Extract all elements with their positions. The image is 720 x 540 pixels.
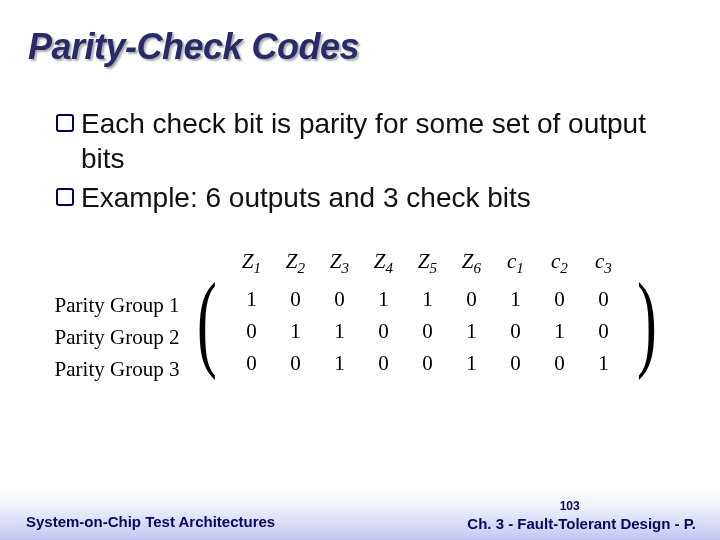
cell: 0 (273, 347, 317, 379)
cell: 1 (273, 315, 317, 347)
cell: 1 (493, 283, 537, 315)
cell: 1 (581, 347, 625, 379)
bullet-icon (56, 188, 74, 206)
cell: 0 (405, 347, 449, 379)
row-label: Parity Group 1 (55, 289, 180, 321)
paren-left-icon: ( (198, 267, 218, 375)
matrix-row-labels: Parity Group 1 Parity Group 2 Parity Gro… (55, 289, 180, 385)
matrix-row: 0 1 1 0 0 1 0 1 0 (229, 315, 625, 347)
bullet-list: Each check bit is parity for some set of… (28, 106, 692, 215)
cell: 1 (405, 283, 449, 315)
cell: 0 (581, 315, 625, 347)
matrix-block: Parity Group 1 Parity Group 2 Parity Gro… (55, 249, 666, 385)
col-header: c2 (537, 249, 581, 277)
col-header: Z3 (317, 249, 361, 277)
cell: 0 (581, 283, 625, 315)
matrix-core: Z1 Z2 Z3 Z4 Z5 Z6 c1 c2 c3 1 0 0 1 (229, 249, 625, 379)
bullet-item: Example: 6 outputs and 3 check bits (56, 180, 682, 215)
cell: 1 (449, 315, 493, 347)
col-header: Z2 (273, 249, 317, 277)
col-header: c1 (493, 249, 537, 277)
cell: 0 (229, 315, 273, 347)
col-header: c3 (581, 249, 625, 277)
bullet-text: Example: 6 outputs and 3 check bits (81, 180, 682, 215)
cell: 1 (317, 347, 361, 379)
cell: 0 (537, 283, 581, 315)
slide-title: Parity-Check Codes (28, 26, 692, 68)
cell: 1 (229, 283, 273, 315)
bullet-text: Each check bit is parity for some set of… (81, 106, 682, 176)
col-header: Z6 (449, 249, 493, 277)
cell: 1 (449, 347, 493, 379)
col-header: Z5 (405, 249, 449, 277)
footer-right: 103 Ch. 3 - Fault-Tolerant Design - P. (467, 500, 696, 532)
chapter-label: Ch. 3 - Fault-Tolerant Design - P. (467, 515, 696, 532)
cell: 0 (361, 347, 405, 379)
bullet-item: Each check bit is parity for some set of… (56, 106, 682, 176)
cell: 0 (273, 283, 317, 315)
slide-footer: System-on-Chip Test Architectures 103 Ch… (0, 484, 720, 540)
footer-left: System-on-Chip Test Architectures (26, 513, 275, 530)
row-label: Parity Group 3 (55, 353, 180, 385)
slide: Parity-Check Codes Each check bit is par… (0, 0, 720, 540)
paren-right-icon: ) (637, 267, 657, 375)
cell: 0 (361, 315, 405, 347)
cell: 0 (493, 347, 537, 379)
bullet-icon (56, 114, 74, 132)
row-label: Parity Group 2 (55, 321, 180, 353)
cell: 1 (537, 315, 581, 347)
matrix-area: Parity Group 1 Parity Group 2 Parity Gro… (28, 249, 692, 385)
cell: 0 (449, 283, 493, 315)
cell: 1 (361, 283, 405, 315)
cell: 0 (317, 283, 361, 315)
matrix-row: 0 0 1 0 0 1 0 0 1 (229, 347, 625, 379)
cell: 0 (405, 315, 449, 347)
matrix-col-headers: Z1 Z2 Z3 Z4 Z5 Z6 c1 c2 c3 (229, 249, 625, 277)
cell: 1 (317, 315, 361, 347)
matrix-row: 1 0 0 1 1 0 1 0 0 (229, 283, 625, 315)
col-header: Z4 (361, 249, 405, 277)
col-header: Z1 (229, 249, 273, 277)
cell: 0 (493, 315, 537, 347)
cell: 0 (537, 347, 581, 379)
cell: 0 (229, 347, 273, 379)
page-number: 103 (467, 500, 672, 514)
matrix-rows: 1 0 0 1 1 0 1 0 0 0 1 1 0 (229, 283, 625, 379)
